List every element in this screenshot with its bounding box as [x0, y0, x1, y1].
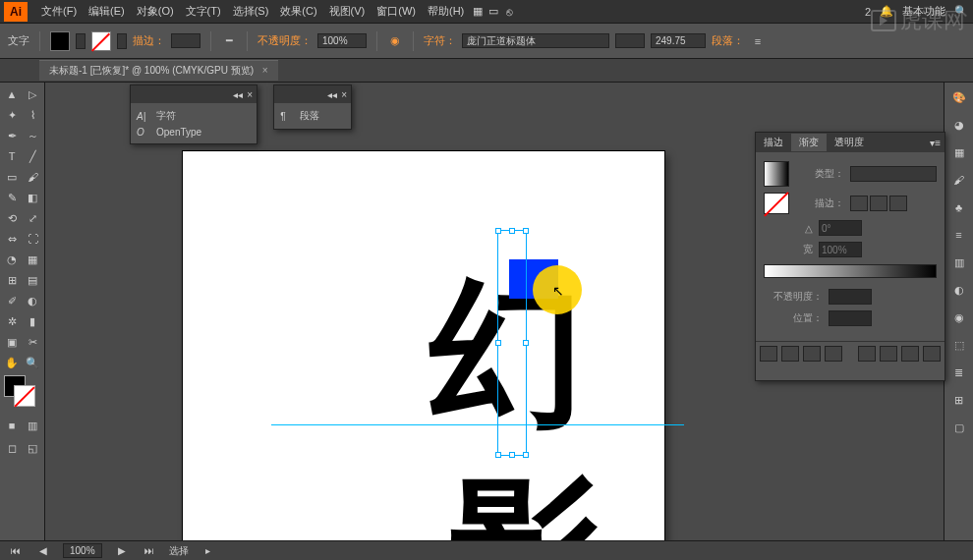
gradient-type-dropdown[interactable]: [850, 166, 937, 182]
scale-tool[interactable]: ⤢: [23, 208, 42, 228]
font-style-input[interactable]: [615, 33, 645, 48]
guide-line[interactable]: [271, 424, 684, 425]
align-btn-1[interactable]: [760, 346, 777, 362]
menu-edit[interactable]: 编辑(E): [83, 4, 131, 19]
hand-tool[interactable]: ✋: [2, 353, 22, 372]
tab-transparency[interactable]: 透明度: [827, 134, 872, 151]
tab-opentype[interactable]: O OpenType: [137, 125, 251, 140]
align-btn-2[interactable]: [781, 346, 799, 362]
gradient-stroke-swatch[interactable]: [764, 193, 789, 214]
tab-paragraph[interactable]: ¶ 段落: [280, 107, 345, 125]
menu-object[interactable]: 对象(O): [131, 4, 180, 19]
draw-behind[interactable]: ◱: [23, 438, 42, 458]
selection-bounds[interactable]: [497, 230, 527, 456]
direct-selection-tool[interactable]: ▷: [23, 84, 42, 104]
graph-tool[interactable]: ▮: [23, 311, 42, 331]
search-icon[interactable]: 🔍: [953, 4, 969, 20]
menu-select[interactable]: 选择(S): [227, 4, 275, 19]
transparency-icon[interactable]: ◐: [948, 279, 970, 301]
menu-help[interactable]: 帮助(H): [422, 4, 470, 19]
handle-sw[interactable]: [495, 452, 501, 458]
color-guide-icon[interactable]: ◕: [948, 114, 970, 136]
fill-dropdown[interactable]: [76, 33, 86, 49]
artboard-tool[interactable]: ▣: [2, 332, 22, 352]
stop-opacity-input[interactable]: [829, 289, 872, 305]
color-mode[interactable]: ■: [2, 416, 22, 435]
color-wells[interactable]: [2, 373, 42, 413]
close-icon[interactable]: ×: [247, 89, 253, 100]
bell-icon[interactable]: 🔔: [879, 4, 894, 20]
notification-count[interactable]: 2: [865, 6, 871, 18]
free-transform-tool[interactable]: ⛶: [23, 229, 42, 249]
handle-n[interactable]: [509, 228, 515, 234]
menu-view[interactable]: 视图(V): [323, 4, 372, 19]
text-glyph-2[interactable]: 影: [448, 446, 605, 540]
character-panel[interactable]: ◂◂ × A| 字符 O OpenType: [130, 84, 258, 144]
nav-first-icon[interactable]: ⏮: [8, 543, 24, 559]
eyedropper-tool[interactable]: ✐: [2, 291, 22, 310]
handle-nw[interactable]: [495, 228, 501, 234]
swatches-icon[interactable]: ▦: [948, 141, 970, 163]
status-dropdown-icon[interactable]: ▸: [200, 543, 216, 559]
stroke-color-well[interactable]: [14, 385, 35, 407]
menu-effect[interactable]: 效果(C): [274, 4, 322, 19]
arrange-icon[interactable]: ▭: [486, 4, 501, 20]
gradient-tool[interactable]: ▤: [23, 270, 42, 290]
opacity-input[interactable]: [317, 33, 367, 48]
normal-draw[interactable]: ◻: [2, 438, 22, 458]
magic-wand-tool[interactable]: ✦: [2, 105, 22, 125]
handle-e[interactable]: [523, 340, 529, 346]
gradient-mode[interactable]: ▥: [23, 416, 42, 435]
menu-type[interactable]: 文字(T): [180, 4, 227, 19]
shape-builder-tool[interactable]: ◔: [2, 250, 22, 269]
width-tool[interactable]: ⇔: [2, 229, 22, 249]
recolor-icon[interactable]: ◉: [387, 33, 403, 49]
slice-tool[interactable]: ✂: [23, 332, 42, 352]
mesh-tool[interactable]: ⊞: [2, 270, 22, 290]
selection-tool[interactable]: ▲: [2, 84, 22, 104]
panel-collapse-icon[interactable]: ◂◂: [327, 89, 337, 100]
nav-last-icon[interactable]: ⏭: [142, 543, 157, 559]
panel-collapse-icon[interactable]: ◂◂: [233, 89, 243, 100]
menu-window[interactable]: 窗口(W): [371, 4, 422, 19]
pen-tool[interactable]: ✒: [2, 126, 22, 145]
symbols-icon[interactable]: ♣: [948, 196, 970, 218]
align-btn-5[interactable]: [858, 346, 876, 362]
paragraph-panel[interactable]: ◂◂ × ¶ 段落: [273, 84, 352, 130]
blend-tool[interactable]: ◐: [23, 291, 42, 310]
handle-w[interactable]: [495, 340, 501, 346]
workspace-switcher[interactable]: 基本功能: [902, 4, 945, 19]
lasso-tool[interactable]: ⌇: [23, 105, 42, 125]
cap-icon[interactable]: ━: [221, 33, 237, 49]
stroke-swatch[interactable]: [91, 31, 111, 51]
gpu-icon[interactable]: ⎋: [501, 4, 517, 20]
color-panel-icon[interactable]: 🎨: [948, 86, 970, 108]
close-tab-icon[interactable]: ×: [262, 65, 268, 76]
gradient-panel[interactable]: 描边 渐变 透明度 ▾≡ 类型： 描边： △ 宽 不: [755, 132, 945, 381]
paintbrush-tool[interactable]: 🖌: [23, 167, 42, 187]
font-size-input[interactable]: [651, 33, 706, 48]
font-family-input[interactable]: [462, 33, 609, 48]
tab-gradient[interactable]: 渐变: [791, 134, 827, 151]
align-left-icon[interactable]: ≡: [750, 33, 766, 49]
layers-icon[interactable]: ≣: [948, 362, 970, 383]
nav-next-icon[interactable]: ▶: [114, 543, 130, 559]
eraser-tool[interactable]: ◧: [23, 188, 42, 207]
stroke-weight-input[interactable]: [171, 33, 200, 48]
handle-se[interactable]: [523, 452, 529, 458]
align-btn-6[interactable]: [880, 346, 897, 362]
close-icon[interactable]: ×: [341, 89, 347, 100]
type-tool[interactable]: T: [2, 146, 22, 166]
stroke-panel-icon[interactable]: ≡: [948, 224, 970, 246]
pencil-tool[interactable]: ✎: [2, 188, 22, 207]
aspect-input[interactable]: [819, 242, 862, 257]
rotate-tool[interactable]: ⟲: [2, 208, 22, 228]
nav-prev-icon[interactable]: ◀: [35, 543, 51, 559]
gradient-preview[interactable]: [764, 161, 789, 187]
fill-swatch[interactable]: [50, 31, 70, 51]
stroke-dropdown[interactable]: [117, 33, 127, 49]
align-btn-3[interactable]: [803, 346, 821, 362]
align-btn-7[interactable]: [901, 346, 919, 362]
tab-character[interactable]: A| 字符: [137, 107, 251, 125]
line-tool[interactable]: ╱: [23, 146, 42, 166]
